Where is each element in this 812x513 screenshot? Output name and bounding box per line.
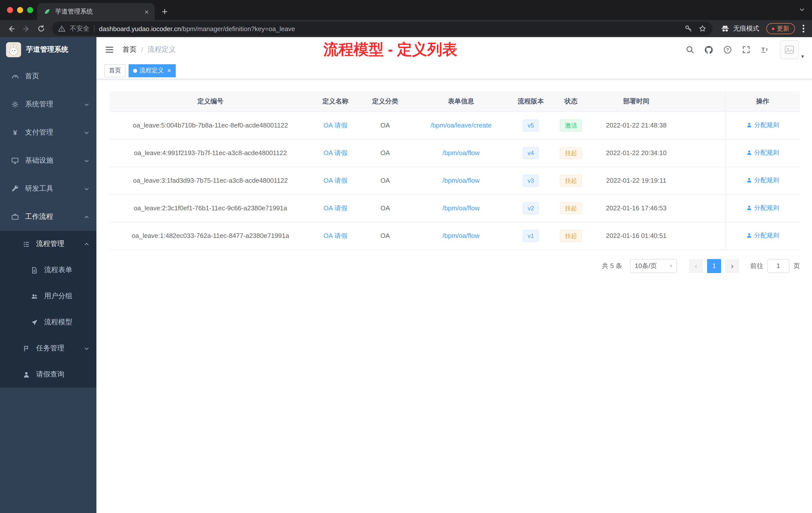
sidebar-item-payment[interactable]: ¥ 支付管理 — [0, 118, 96, 147]
sidebar-item-process-form[interactable]: 流程表单 — [0, 257, 96, 283]
status-badge: 挂起 — [560, 147, 582, 159]
definition-name-link[interactable]: OA 请假 — [323, 232, 347, 239]
definition-name-link[interactable]: OA 请假 — [323, 176, 347, 184]
github-icon[interactable] — [704, 45, 714, 55]
incognito-label: 无痕模式 — [733, 24, 759, 33]
prev-page-button[interactable]: ‹ — [689, 259, 703, 273]
form-info-link[interactable]: /bpm/oa/leave/create — [431, 121, 492, 129]
password-key-icon[interactable] — [685, 25, 693, 33]
hamburger-icon[interactable] — [105, 45, 115, 55]
avatar-image — [780, 40, 799, 59]
tag-process-definition[interactable]: 流程定义 × — [128, 64, 175, 77]
window-zoom-button[interactable] — [27, 7, 33, 13]
tab-favicon-icon — [43, 7, 51, 16]
sidebar-item-system[interactable]: 系统管理 — [0, 90, 96, 118]
page-number-current[interactable]: 1 — [707, 259, 721, 273]
col-definition-id: 定义编号 — [110, 91, 311, 112]
assign-rule-link[interactable]: 分配规则 — [746, 121, 779, 129]
sidebar-item-devtools[interactable]: 研发工具 — [0, 175, 96, 203]
person-icon — [746, 233, 752, 239]
not-secure-warning-icon — [58, 25, 65, 32]
definition-category: OA — [359, 194, 411, 222]
tag-home[interactable]: 首页 — [105, 64, 125, 77]
fullscreen-icon[interactable] — [742, 45, 751, 54]
new-tab-button[interactable]: + — [158, 4, 172, 19]
form-info-link[interactable]: /bpm/oa/flow — [442, 177, 479, 184]
sidebar-item-label: 流程管理 — [36, 239, 64, 248]
window-close-button[interactable] — [7, 7, 13, 13]
forward-button[interactable] — [19, 22, 33, 36]
user-avatar[interactable]: ▾ — [780, 40, 804, 59]
breadcrumb-home[interactable]: 首页 — [122, 45, 137, 54]
definition-name-link[interactable]: OA 请假 — [323, 121, 347, 129]
person-icon — [22, 370, 30, 379]
sidebar-item-infrastructure[interactable]: 基础设施 — [0, 147, 96, 175]
search-icon[interactable] — [686, 45, 695, 54]
table-row: oa_leave:1:482ec033-762a-11ec-8477-a2380… — [110, 222, 800, 249]
form-info-link[interactable]: /bpm/oa/flow — [442, 149, 479, 157]
assign-rule-link[interactable]: 分配规则 — [746, 149, 779, 157]
filler-cell — [681, 112, 725, 139]
chevron-down-icon — [84, 102, 89, 107]
chevron-down-icon — [84, 158, 89, 163]
help-icon[interactable]: ? — [723, 45, 732, 54]
sidebar-item-label: 任务管理 — [36, 344, 64, 353]
sidebar-item-label: 研发工具 — [25, 184, 53, 193]
sidebar-item-leave-query[interactable]: 请假查询 — [0, 361, 96, 388]
definition-name-link[interactable]: OA 请假 — [323, 149, 347, 156]
dashboard-icon — [11, 72, 19, 80]
browser-tab[interactable]: 芋道管理系统 × — [37, 3, 155, 20]
form-info-link[interactable]: /bpm/oa/flow — [442, 232, 479, 239]
sidebar-item-process-model[interactable]: 流程模型 — [0, 309, 96, 335]
font-size-icon[interactable]: TT — [760, 45, 771, 54]
sidebar-item-task-management[interactable]: 任务管理 — [0, 335, 96, 361]
table-row: oa_leave:3:1fad3d93-7b75-11ec-a3c8-acde4… — [110, 167, 800, 194]
app-title: 芋道管理系统 — [26, 45, 68, 54]
chevron-down-icon: ▾ — [801, 54, 804, 59]
sidebar-item-process-management[interactable]: 流程管理 — [0, 231, 96, 257]
goto-page-input[interactable] — [767, 259, 789, 273]
tag-label: 首页 — [109, 66, 121, 75]
definition-name-link[interactable]: OA 请假 — [323, 204, 347, 212]
chevron-up-icon — [84, 241, 89, 247]
filler-cell — [681, 167, 725, 194]
browser-toolbar: 不安全 dashboard.yudao.iocoder.cn/bpm/manag… — [0, 20, 812, 37]
sidebar-item-label: 首页 — [25, 72, 39, 81]
bookmark-star-icon[interactable] — [698, 25, 706, 33]
reload-button[interactable] — [34, 22, 48, 36]
window-minimize-button[interactable] — [17, 7, 23, 13]
sidebar-item-label: 流程模型 — [44, 318, 72, 327]
assign-rule-link[interactable]: 分配规则 — [746, 204, 779, 212]
version-badge: v2 — [522, 202, 539, 214]
form-info-link[interactable]: /bpm/oa/flow — [442, 204, 479, 212]
col-category: 定义分类 — [359, 91, 411, 112]
col-version: 流程版本 — [511, 91, 550, 112]
tag-close-icon[interactable]: × — [167, 67, 171, 74]
col-definition-name: 定义名称 — [311, 91, 359, 112]
back-button[interactable] — [4, 22, 18, 36]
incognito-badge[interactable]: 无痕模式 — [717, 24, 763, 33]
update-button[interactable]: 更新 — [766, 23, 795, 34]
deploy-time: 2022-01-22 20:34:10 — [591, 139, 681, 167]
tab-close-icon[interactable]: × — [143, 7, 151, 16]
address-bar[interactable]: 不安全 dashboard.yudao.iocoder.cn/bpm/manag… — [52, 22, 713, 36]
sidebar-item-home[interactable]: 首页 — [0, 62, 96, 90]
assign-rule-link[interactable]: 分配规则 — [746, 232, 779, 240]
next-page-button[interactable]: › — [725, 259, 739, 273]
assign-rule-link[interactable]: 分配规则 — [746, 176, 779, 185]
browser-window: 芋道管理系统 × + 不安全 dashboard.yudao.iocoder.c… — [0, 0, 812, 513]
page-size-select[interactable]: 10条/页 ▾ — [630, 259, 677, 273]
sidebar-item-workflow[interactable]: 工作流程 — [0, 203, 96, 231]
definition-category: OA — [359, 112, 411, 139]
flag-icon — [22, 344, 30, 352]
sidebar-item-user-group[interactable]: 用户分组 — [0, 283, 96, 309]
page-content: 定义编号 定义名称 定义分类 表单信息 流程版本 状态 部署时间 操作 — [96, 79, 812, 513]
tab-search-chevron-icon[interactable] — [799, 6, 805, 12]
col-form-info: 表单信息 — [411, 91, 511, 112]
app-logo[interactable]: 芋道管理系统 — [0, 37, 96, 62]
status-badge: 激活 — [560, 119, 582, 131]
svg-text:?: ? — [727, 48, 729, 52]
gear-icon — [11, 100, 19, 109]
sidebar-menu: 首页 系统管理 ¥ 支付管理 — [0, 62, 96, 388]
browser-menu-kebab-icon[interactable] — [799, 25, 808, 33]
